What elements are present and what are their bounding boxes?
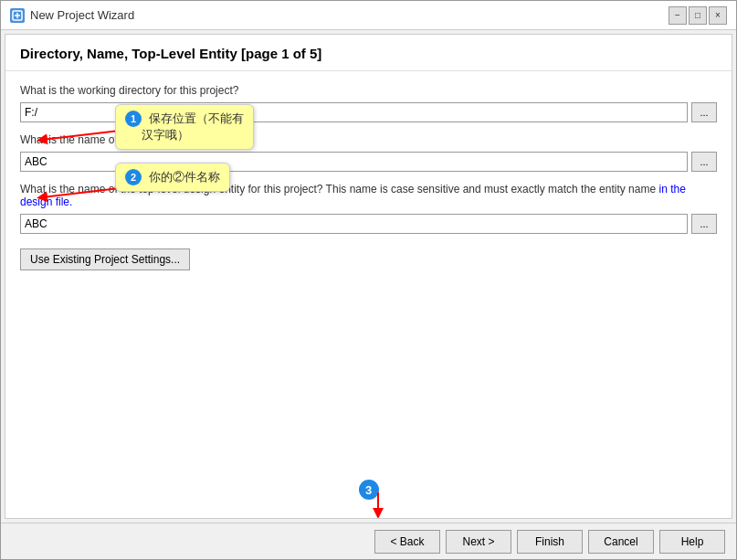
app-icon — [10, 8, 25, 23]
working-dir-browse-button[interactable]: ... — [691, 102, 717, 122]
page-header: Directory, Name, Top-Level Entity [page … — [5, 35, 732, 71]
circle-3-badge: 3 — [359, 480, 379, 500]
content-area: Directory, Name, Top-Level Entity [page … — [5, 34, 732, 519]
close-button[interactable]: × — [709, 6, 727, 25]
annotation-text-1a: 保存位置（不能有 — [149, 111, 244, 125]
top-level-browse-button[interactable]: ... — [691, 214, 717, 234]
title-bar-left: New Project Wizard — [10, 8, 134, 23]
next-button[interactable]: Next > — [446, 530, 511, 554]
working-dir-label: What is the working directory for this p… — [20, 84, 717, 97]
top-level-input[interactable] — [20, 214, 688, 234]
annotation-text-2a: 你的 — [149, 170, 173, 184]
annotation-circle-1: 1 — [125, 111, 142, 127]
annotation-bubble-2: 2 你的②件名称 — [115, 163, 230, 192]
project-name-browse-button[interactable]: ... — [691, 152, 717, 172]
annotation-text-1b: 汉字哦） — [142, 128, 189, 142]
top-level-row: ... — [20, 214, 717, 234]
finish-button[interactable]: Finish — [517, 530, 583, 554]
title-bar: New Project Wizard − □ × — [1, 1, 736, 30]
help-button[interactable]: Help — [659, 530, 725, 554]
title-bar-buttons: − □ × — [669, 6, 727, 25]
page-title: Directory, Name, Top-Level Entity [page … — [20, 46, 717, 61]
maximize-button[interactable]: □ — [689, 6, 707, 25]
annotation-circle-3: 3 — [359, 480, 379, 500]
window-title: New Project Wizard — [30, 8, 134, 22]
annotation-circle-2: 2 — [125, 169, 142, 185]
main-window: New Project Wizard − □ × Directory, Name… — [0, 0, 737, 560]
back-button[interactable]: < Back — [374, 530, 440, 554]
minimize-button[interactable]: − — [669, 6, 687, 25]
annotation-text-2b: 件名称 — [184, 170, 220, 184]
annotation-bubble-1: 1 保存位置（不能有 汉字哦） — [115, 104, 254, 150]
use-existing-button[interactable]: Use Existing Project Settings... — [20, 248, 190, 270]
bottom-bar: < Back Next > Finish Cancel Help — [1, 523, 736, 559]
cancel-button[interactable]: Cancel — [588, 530, 654, 554]
form-area: What is the working directory for this p… — [5, 71, 732, 518]
